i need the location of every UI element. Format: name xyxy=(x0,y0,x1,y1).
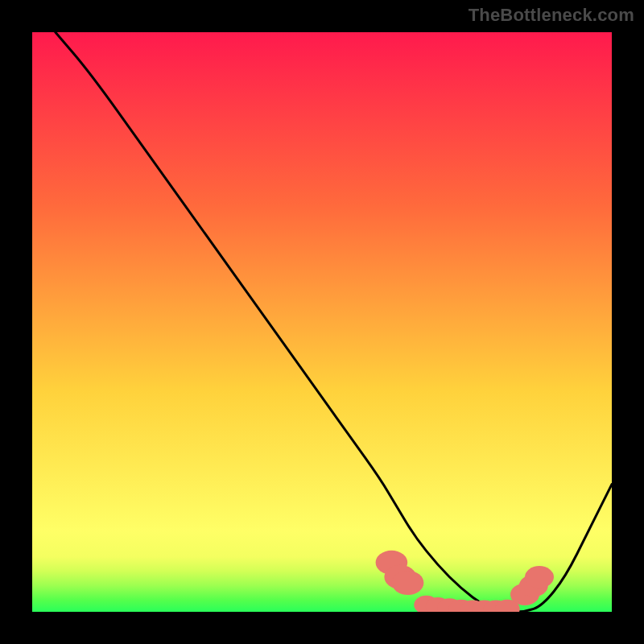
gradient-background xyxy=(32,32,612,612)
marker-dot xyxy=(525,566,554,588)
watermark-label: TheBottleneck.com xyxy=(469,5,634,26)
marker-dot xyxy=(392,571,424,595)
chart-frame: TheBottleneck.com xyxy=(0,0,644,644)
plot-area xyxy=(32,32,612,612)
bottleneck-curve-chart xyxy=(32,32,612,612)
